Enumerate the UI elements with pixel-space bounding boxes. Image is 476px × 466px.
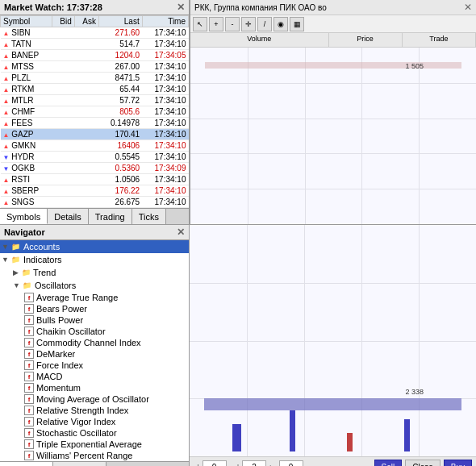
cell-symbol: ▲ MTSS (1, 61, 52, 73)
tree-item-mao[interactable]: fMoving Average of Oscillator (0, 393, 189, 405)
table-row[interactable]: ▲ PLZL 8471.5 17:34:10 (1, 73, 189, 84)
table-row[interactable]: ▲ BANEP 1204.0 17:34:05 (1, 50, 189, 61)
toolbar-bar[interactable]: ▦ (290, 17, 304, 31)
cell-ask (74, 118, 98, 129)
tree-item-bears[interactable]: fBears Power (0, 303, 189, 314)
chart-canvas[interactable]: 1 505 (190, 48, 476, 224)
table-row[interactable]: ▲ SNGS 26.675 17:34:10 (1, 197, 189, 208)
tree-item-demarker[interactable]: fDeMarker (0, 348, 189, 360)
cell-time: 17:34:10 (142, 61, 188, 73)
item-label: Relative Strength Index (36, 406, 128, 415)
table-row[interactable]: ▼ OGKB 0.5360 17:34:09 (1, 163, 189, 174)
tree-item-chaikin[interactable]: fChaikin Oscillator (0, 326, 189, 337)
chart-close[interactable]: ✕ (464, 2, 472, 13)
table-row[interactable]: ▼ HYDR 0.5545 17:34:10 (1, 152, 189, 163)
toolbar-arrow[interactable]: ↖ (193, 17, 207, 31)
col-symbol: Symbol (1, 16, 52, 27)
tree-item-oscillators[interactable]: ▼ 📁Oscillators (0, 279, 189, 292)
tree-item-accounts[interactable]: ▼ 📁Accounts (0, 240, 189, 253)
vol-bar (204, 398, 462, 410)
table-row[interactable]: ▲ RTKM 65.44 17:34:10 (1, 84, 189, 95)
price-label-2: 2 338 (405, 388, 424, 396)
indicator-icon: f (24, 349, 34, 359)
toolbar-zoom-out[interactable]: - (225, 17, 240, 31)
tree-item-atr[interactable]: fAverage True Range (0, 292, 189, 303)
market-watch-close[interactable]: ✕ (177, 2, 185, 13)
table-row[interactable]: ▲ MTSS 267.00 17:34:10 (1, 61, 189, 73)
folder-icon: 📁 (22, 280, 33, 291)
navigator-body[interactable]: ▼ 📁Accounts▼ 📁Indicators▶ 📁Trend▼ 📁Oscil… (0, 240, 189, 461)
item-label: Stochastic Oscillator (36, 428, 117, 438)
vol-input[interactable] (242, 460, 266, 467)
cell-time: 17:34:10 (142, 185, 188, 197)
indicator-icon: f (24, 406, 34, 415)
table-row[interactable]: ▲ RSTI 1.0506 17:34:10 (1, 174, 189, 185)
expand-icon: ▶ (13, 268, 19, 277)
table-row[interactable]: ▲ CHMF 805.6 17:34:10 (1, 106, 189, 118)
tab-details[interactable]: Details (48, 209, 89, 224)
table-row[interactable]: ▲ TATN 514.7 17:34:10 (1, 39, 189, 50)
table-row[interactable]: ▲ SBERP 176.22 17:34:10 (1, 185, 189, 197)
cell-time: 17:34:05 (142, 50, 188, 61)
item-label: Relative Vigor Index (36, 417, 115, 426)
expand-icon: ▼ (13, 281, 20, 289)
tab-symbols[interactable]: Symbols (0, 209, 48, 224)
arrow-up: ▲ (3, 120, 10, 127)
arrow-up: ▲ (3, 188, 10, 195)
toolbar-period[interactable]: ◉ (273, 17, 288, 31)
grid-line-v1 (248, 48, 248, 224)
cell-bid (52, 61, 74, 73)
tree-item-cci[interactable]: fCommodity Channel Index (0, 337, 189, 348)
tree-item-bulls[interactable]: fBulls Power (0, 314, 189, 326)
table-row[interactable]: ▲ FEES 0.14978 17:34:10 (1, 118, 189, 129)
table-row[interactable]: ▲ MTLR 57.72 17:34:10 (1, 95, 189, 106)
nav-tab-common[interactable]: Common (0, 462, 53, 466)
navigator-close[interactable]: ✕ (177, 227, 185, 238)
buy-button[interactable]: Buy (444, 460, 472, 467)
cell-symbol: ▲ MTLR (1, 95, 52, 106)
item-label: Trend (33, 268, 56, 277)
cell-symbol: ▲ SNGS (1, 197, 52, 208)
toolbar-line[interactable]: / (257, 17, 272, 31)
tree-item-tema[interactable]: fTriple Exponential Average (0, 439, 189, 450)
grid-line-3 (190, 153, 476, 154)
sl-input[interactable] (203, 460, 227, 467)
close-button[interactable]: Close (405, 460, 441, 467)
tree-item-force[interactable]: fForce Index (0, 360, 189, 371)
table-row[interactable]: ▲ GMKN 16406 17:34:10 (1, 140, 189, 152)
cell-ask (74, 73, 98, 84)
arrow-up: ▲ (3, 64, 10, 71)
indicator-icon: f (24, 417, 34, 426)
tree-item-rsi[interactable]: fRelative Strength Index (0, 405, 189, 416)
cell-time: 17:34:10 (142, 197, 188, 208)
tree-item-indicators[interactable]: ▼ 📁Indicators (0, 253, 189, 266)
tree-item-momentum[interactable]: fMomentum (0, 382, 189, 393)
grid-line-4 (190, 189, 476, 189)
cell-symbol: ▲ GAZP (1, 129, 52, 140)
nav-tab-favorites[interactable]: Favorites (53, 462, 106, 466)
cell-last: 514.7 (98, 39, 142, 50)
toolbar-zoom-in[interactable]: + (209, 17, 223, 31)
tree-item-macd[interactable]: fMACD (0, 371, 189, 382)
table-row[interactable]: ▲ GAZP 170.41 17:34:10 (1, 129, 189, 140)
cell-ask (74, 185, 98, 197)
toolbar-crosshair[interactable]: ✛ (241, 17, 256, 31)
sell-button[interactable]: Sell (374, 460, 403, 467)
arrow-up: ▲ (3, 98, 10, 105)
cell-ask (74, 129, 98, 140)
cell-bid (52, 84, 74, 95)
tree-item-trend[interactable]: ▶ 📁Trend (0, 266, 189, 279)
col-bid: Bid (52, 16, 74, 27)
tree-item-wpr[interactable]: fWilliams' Percent Range (0, 450, 189, 461)
tab-trading[interactable]: Trading (89, 209, 132, 224)
table-row[interactable]: ▲ SIBN 271.60 17:34:10 (1, 27, 189, 39)
tree-item-rvi[interactable]: fRelative Vigor Index (0, 416, 189, 427)
grid-line-v3 (361, 48, 362, 224)
tree-item-stoch[interactable]: fStochastic Oscillator (0, 427, 189, 439)
bottom-grid-v2 (304, 225, 305, 456)
tab-ticks[interactable]: Ticks (132, 209, 166, 224)
arrow-up: ▲ (3, 109, 10, 116)
tp-input[interactable] (279, 460, 303, 467)
item-label: MACD (36, 372, 62, 381)
chart-bottom-area[interactable]: 2 338 (190, 225, 476, 456)
